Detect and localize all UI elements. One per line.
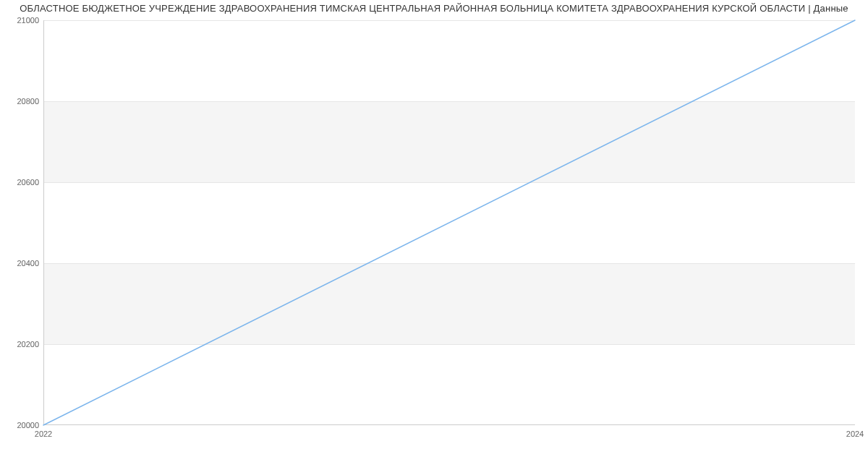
y-tick-label: 20200 bbox=[3, 340, 39, 349]
chart-container: 200002020020400206002080021000 20222024 bbox=[0, 16, 868, 450]
x-tick-label: 2022 bbox=[35, 430, 52, 438]
series-svg bbox=[43, 20, 855, 425]
data-line bbox=[43, 20, 855, 425]
plot-area bbox=[43, 20, 855, 425]
y-tick-label: 20800 bbox=[3, 97, 39, 106]
y-tick-label: 20000 bbox=[3, 421, 39, 430]
x-tick-label: 2024 bbox=[846, 430, 864, 438]
y-tick-label: 20400 bbox=[3, 259, 39, 268]
chart-title: ОБЛАСТНОЕ БЮДЖЕТНОЕ УЧРЕЖДЕНИЕ ЗДРАВООХР… bbox=[0, 0, 868, 14]
y-tick-label: 21000 bbox=[3, 16, 39, 25]
y-tick-label: 20600 bbox=[3, 178, 39, 187]
